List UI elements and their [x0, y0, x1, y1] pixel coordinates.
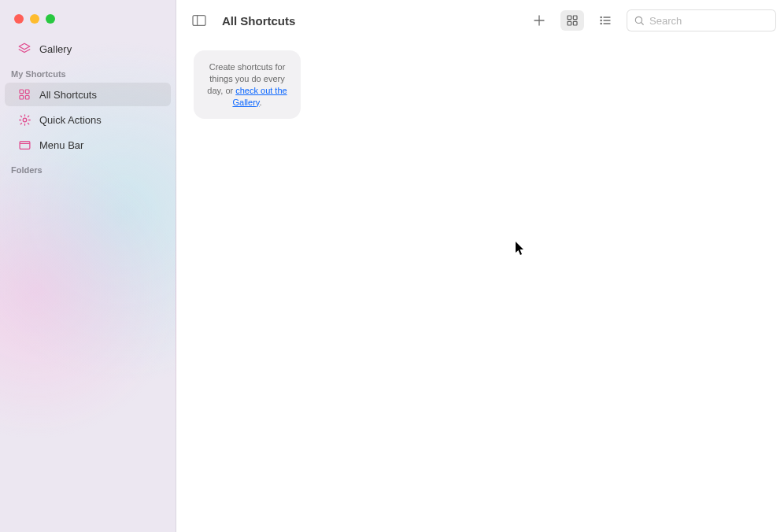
svg-point-18	[601, 20, 601, 20]
search-icon	[634, 15, 645, 26]
layers-icon	[17, 42, 31, 56]
close-button[interactable]	[14, 14, 24, 24]
view-list-button[interactable]	[594, 10, 617, 31]
svg-rect-1	[20, 90, 24, 94]
content-area: Create shortcuts for things you do every…	[176, 41, 784, 532]
toggle-sidebar-button[interactable]	[187, 10, 211, 31]
svg-point-20	[601, 23, 601, 24]
search-field[interactable]	[627, 9, 776, 31]
svg-rect-15	[573, 21, 577, 25]
svg-rect-2	[25, 90, 29, 94]
empty-text-after: .	[259, 98, 261, 107]
window-controls	[0, 14, 176, 24]
svg-rect-13	[573, 16, 577, 20]
svg-marker-0	[19, 43, 30, 50]
search-input[interactable]	[649, 15, 782, 27]
svg-rect-3	[20, 95, 24, 99]
sidebar-item-label: Gallery	[39, 43, 72, 55]
page-title: All Shortcuts	[222, 14, 295, 28]
grid-icon	[17, 87, 31, 102]
sidebar: Gallery My Shortcuts All Shortcuts Quick…	[0, 0, 176, 532]
menubar-icon	[17, 138, 31, 152]
gear-icon	[17, 113, 31, 127]
sidebar-item-all-shortcuts[interactable]: All Shortcuts	[5, 83, 171, 106]
svg-rect-4	[25, 95, 29, 99]
svg-rect-6	[20, 141, 30, 149]
sidebar-item-label: All Shortcuts	[39, 89, 97, 101]
svg-rect-14	[568, 21, 571, 25]
sidebar-section-my-shortcuts: My Shortcuts	[0, 61, 176, 82]
sidebar-item-label: Menu Bar	[39, 139, 83, 151]
sidebar-item-label: Quick Actions	[39, 114, 102, 126]
view-grid-button[interactable]	[560, 10, 584, 31]
sidebar-item-menu-bar[interactable]: Menu Bar	[5, 133, 171, 157]
fullscreen-button[interactable]	[46, 14, 55, 24]
minimize-button[interactable]	[30, 14, 39, 24]
main-panel: All Shortcuts	[176, 0, 784, 532]
add-shortcut-button[interactable]	[527, 10, 551, 31]
svg-rect-12	[568, 16, 571, 20]
svg-point-5	[23, 118, 27, 122]
empty-state-card: Create shortcuts for things you do every…	[194, 50, 301, 119]
sidebar-item-quick-actions[interactable]: Quick Actions	[5, 108, 171, 131]
sidebar-section-folders: Folders	[0, 157, 176, 178]
toolbar: All Shortcuts	[176, 0, 784, 41]
svg-point-16	[601, 17, 601, 17]
svg-rect-8	[193, 16, 205, 26]
sidebar-item-gallery[interactable]: Gallery	[5, 37, 171, 61]
svg-line-23	[641, 22, 643, 24]
